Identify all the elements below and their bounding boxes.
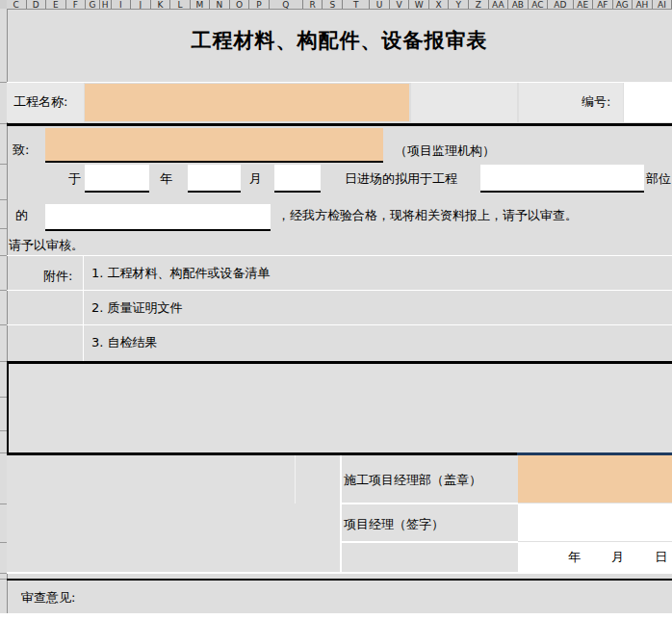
to-input-cell[interactable] bbox=[45, 128, 383, 163]
year-label: 年 bbox=[160, 170, 172, 188]
column-header[interactable]: X bbox=[429, 0, 450, 9]
day-phrase: 日进场的拟用于工程 bbox=[345, 170, 457, 188]
date-day-input[interactable] bbox=[274, 165, 321, 193]
column-header[interactable]: O bbox=[230, 0, 250, 9]
attachments-list: 1. 工程材料、构配件或设备清单2. 质量证明文件3. 自检结果 bbox=[91, 256, 659, 360]
column-header[interactable]: AA bbox=[489, 0, 509, 9]
material-name-input[interactable] bbox=[45, 204, 271, 231]
column-header[interactable]: AI bbox=[653, 0, 672, 9]
date-month-input[interactable] bbox=[188, 165, 241, 193]
month-label: 月 bbox=[249, 170, 262, 188]
column-header[interactable]: E bbox=[46, 0, 66, 9]
yu-label: 于 bbox=[68, 170, 81, 188]
project-name-label: 工程名称: bbox=[13, 93, 67, 111]
attachment-item: 3. 自检结果 bbox=[91, 325, 659, 360]
inspection-statement: ，经我方检验合格，现将相关资料报上，请予以审查。 bbox=[277, 207, 578, 224]
bottom-white-row bbox=[0, 613, 672, 620]
column-header[interactable]: AD bbox=[548, 0, 573, 9]
gridline bbox=[341, 541, 518, 543]
manager-sign-input-cell[interactable] bbox=[518, 504, 672, 541]
column-header[interactable]: AG bbox=[613, 0, 633, 9]
attachment-item: 2. 质量证明文件 bbox=[91, 291, 659, 325]
column-header[interactable]: W bbox=[409, 0, 429, 9]
column-header[interactable]: M bbox=[191, 0, 211, 9]
column-header[interactable]: Q bbox=[270, 0, 303, 9]
position-label: 部位 bbox=[646, 170, 671, 188]
column-header[interactable]: K bbox=[151, 0, 171, 9]
section-divider bbox=[7, 579, 672, 581]
column-header[interactable]: AC bbox=[529, 0, 549, 9]
column-header[interactable]: S bbox=[323, 0, 343, 9]
spreadsheet-form-sheet: CDEFGHIJKLMNOPQRSTUVWXYZAAABACADAEAFAGAH… bbox=[0, 0, 672, 620]
column-header[interactable]: G bbox=[86, 0, 100, 9]
blank-cell bbox=[411, 83, 517, 122]
project-name-input-cell[interactable] bbox=[85, 84, 409, 121]
column-header[interactable]: Z bbox=[469, 0, 489, 9]
section-divider bbox=[7, 123, 672, 126]
column-header[interactable]: N bbox=[210, 0, 230, 9]
number-label: 编号: bbox=[582, 93, 610, 111]
column-header[interactable]: AB bbox=[508, 0, 529, 9]
column-header-row: CDEFGHIJKLMNOPQRSTUVWXYZAAABACADAEAFAGAH… bbox=[7, 0, 672, 10]
gridline bbox=[7, 324, 672, 325]
review-request-text: 请予以审核。 bbox=[9, 237, 84, 254]
column-header[interactable]: U bbox=[370, 0, 390, 9]
column-header[interactable]: P bbox=[249, 0, 270, 9]
gridline bbox=[7, 290, 672, 291]
dept-seal-label: 施工项目经理部（盖章） bbox=[344, 472, 515, 489]
column-header[interactable]: J bbox=[131, 0, 151, 9]
number-input-cell[interactable] bbox=[624, 83, 672, 122]
form-title: 工程材料、构配件、设备报审表 bbox=[7, 27, 672, 62]
column-header[interactable]: T bbox=[343, 0, 370, 9]
gridline-vertical bbox=[295, 455, 296, 504]
gridline-vertical bbox=[340, 455, 342, 572]
column-header[interactable]: AE bbox=[574, 0, 594, 9]
column-header[interactable]: F bbox=[66, 0, 87, 9]
manager-sign-label: 项目经理（签字） bbox=[344, 516, 515, 533]
review-opinion-label: 审查意见: bbox=[21, 589, 75, 607]
column-header[interactable]: AF bbox=[593, 0, 613, 9]
empty-remarks-area[interactable] bbox=[7, 364, 672, 452]
column-header[interactable]: R bbox=[303, 0, 323, 9]
column-header[interactable]: H bbox=[100, 0, 112, 9]
to-label: 致: bbox=[13, 142, 29, 159]
gridline bbox=[7, 572, 672, 574]
column-header[interactable]: Y bbox=[449, 0, 469, 9]
column-header[interactable]: D bbox=[27, 0, 47, 9]
column-header[interactable]: I bbox=[112, 0, 132, 9]
gridline bbox=[341, 503, 518, 504]
column-header[interactable]: L bbox=[170, 0, 191, 9]
column-header[interactable]: AH bbox=[633, 0, 653, 9]
column-header[interactable]: V bbox=[390, 0, 410, 9]
gridline-vertical bbox=[83, 255, 84, 361]
attachments-label: 附件: bbox=[43, 268, 72, 285]
date-year-input[interactable] bbox=[85, 165, 149, 193]
dept-seal-input-cell[interactable] bbox=[518, 455, 672, 503]
attachment-item: 1. 工程材料、构配件或设备清单 bbox=[91, 256, 659, 291]
de-label: 的 bbox=[15, 207, 28, 224]
sign-date-label: 年 月 日 bbox=[568, 549, 667, 566]
column-header[interactable]: C bbox=[7, 0, 27, 9]
project-part-input[interactable] bbox=[480, 165, 644, 193]
supervision-org-suffix: （项目监理机构） bbox=[395, 142, 495, 160]
